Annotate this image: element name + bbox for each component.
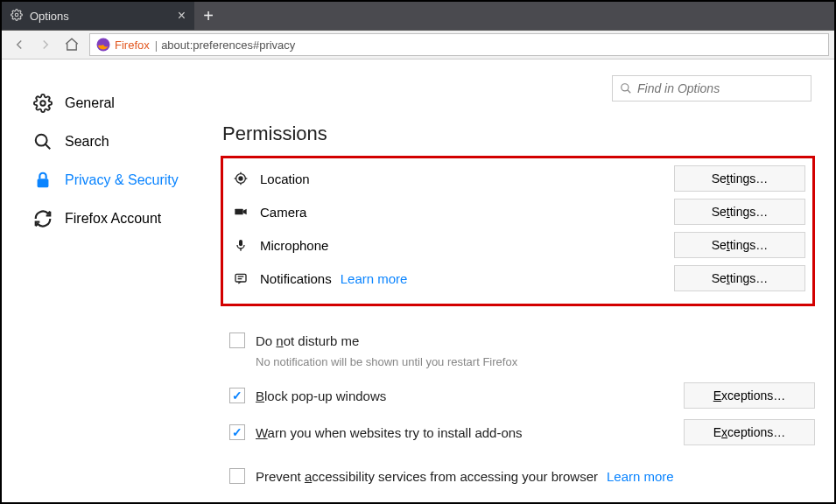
location-icon [230,172,251,186]
svg-rect-5 [38,178,49,187]
checkbox-row-block-popups: Block pop-up windows Exceptions… [221,377,815,414]
settings-button-notifications[interactable]: Settings… [674,265,805,291]
tab-bar: Options × + [2,2,834,30]
sidebar-item-general[interactable]: General [33,84,221,122]
gear-icon [11,9,23,24]
learn-more-link[interactable]: Learn more [341,271,408,286]
nav-toolbar: Firefox | about:preferences#privacy [2,30,834,60]
main-panel: Permissions Location Settings… Camera Se… [221,75,834,502]
url-bar[interactable]: Firefox | about:preferences#privacy [89,33,829,56]
permission-row-microphone: Microphone Settings… [230,228,805,262]
svg-rect-18 [235,274,246,282]
svg-marker-15 [243,209,247,215]
checkbox-row-warn-addons: Warn you when websites try to install ad… [221,414,815,451]
checkbox-label: Prevent accessibility services from acce… [256,469,598,484]
sidebar-item-privacy[interactable]: Privacy & Security [33,161,221,200]
camera-icon [230,205,251,219]
permission-label: Location [260,172,310,186]
checkbox-label: Block pop-up windows [256,388,386,403]
exceptions-button-popups[interactable]: Exceptions… [684,382,815,409]
svg-rect-16 [239,240,242,246]
firefox-icon [95,37,111,52]
search-input[interactable] [637,81,804,95]
checkbox-label: Do not disturb me [256,333,359,348]
permission-row-camera: Camera Settings… [230,195,805,228]
lock-icon [33,171,53,190]
url-separator: | [155,38,158,52]
exceptions-button-addons[interactable]: Exceptions… [684,419,815,445]
dnd-hint: No notification will be shown until you … [221,354,815,377]
search-icon [620,82,632,94]
permission-label: Notifications [260,271,332,286]
checkbox-block-popups[interactable] [229,388,245,403]
settings-button-microphone[interactable]: Settings… [674,232,805,258]
home-button[interactable] [60,32,84,57]
svg-point-8 [239,177,242,180]
sidebar-item-search[interactable]: Search [33,122,221,161]
firefox-label: Firefox [115,38,150,52]
sync-icon [33,209,53,228]
settings-button-location[interactable]: Settings… [674,165,805,192]
checkbox-warn-addons[interactable] [229,424,245,440]
back-button[interactable] [7,32,32,57]
sidebar-item-label: General [65,95,115,111]
permissions-highlighted-group: Location Settings… Camera Settings… Micr… [221,156,815,306]
notifications-icon [230,271,251,285]
checkbox-label: Warn you when websites try to install ad… [256,425,523,440]
close-icon[interactable]: × [178,9,186,23]
checkbox-row-prevent-a11y: Prevent accessibility services from acce… [221,463,815,489]
search-icon [33,132,53,151]
svg-point-2 [40,101,46,106]
find-in-options[interactable] [612,75,811,102]
permission-label: Microphone [260,238,328,253]
forward-button[interactable] [33,32,58,57]
svg-point-6 [622,84,629,91]
svg-rect-14 [235,209,242,215]
svg-point-0 [15,13,18,17]
learn-more-link[interactable]: Learn more [607,469,674,484]
section-title: Permissions [222,122,815,145]
checkbox-dnd[interactable] [229,332,245,348]
sidebar: General Search Privacy & Security Firefo… [2,75,221,502]
svg-line-7 [628,90,631,94]
svg-line-4 [46,144,51,150]
settings-button-camera[interactable]: Settings… [674,199,805,225]
sidebar-item-label: Firefox Account [65,211,161,227]
permission-row-location: Location Settings… [230,162,805,195]
sidebar-item-label: Privacy & Security [65,172,179,188]
sidebar-item-label: Search [65,134,109,150]
new-tab-button[interactable]: + [194,2,222,30]
sidebar-item-account[interactable]: Firefox Account [33,200,221,238]
tab-title: Options [30,10,69,23]
gear-icon [33,94,53,113]
microphone-icon [230,238,251,252]
checkbox-prevent-a11y[interactable] [229,468,245,484]
svg-point-3 [36,135,47,146]
checkbox-row-dnd: Do not disturb me [221,327,815,354]
permission-label: Camera [260,205,306,220]
permission-row-notifications: Notifications Learn more Settings… [230,262,805,295]
browser-tab-options[interactable]: Options × [2,2,194,30]
url-text: about:preferences#privacy [161,38,295,52]
